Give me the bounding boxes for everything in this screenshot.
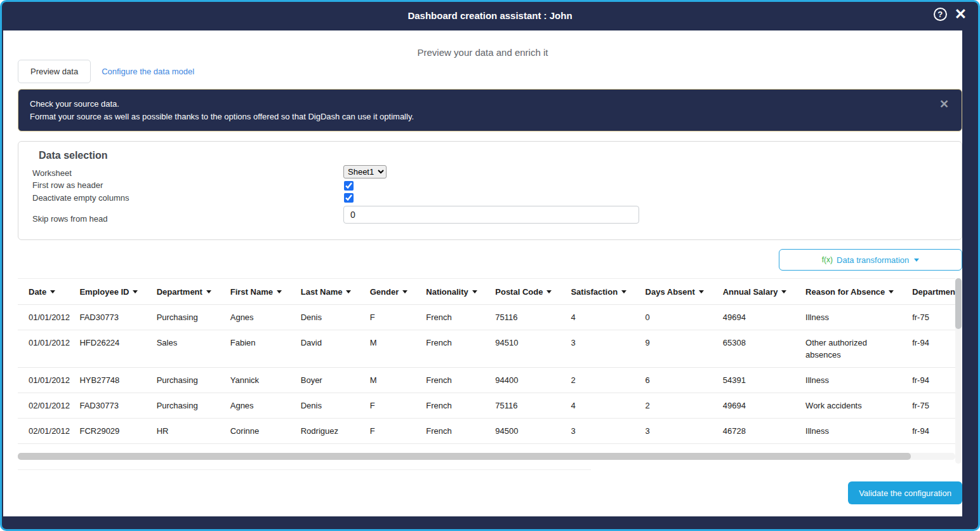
table-cell: Yannick	[220, 368, 290, 393]
first-row-header-label: First row as header	[32, 180, 103, 190]
horizontal-scrollbar-thumb[interactable]	[18, 453, 911, 460]
table-cell: French	[415, 419, 484, 444]
table-cell: SI	[146, 444, 220, 454]
table-row: 02/01/2012HBR31214SIBenjaminRobertMFrenc…	[18, 444, 955, 454]
chevron-down-icon	[914, 259, 919, 262]
sort-caret-icon	[346, 290, 351, 293]
sort-caret-icon	[50, 290, 55, 293]
table-row: 01/01/2012FAD30773PurchasingAgnesDenisFF…	[18, 305, 955, 330]
table-cell: 4	[560, 393, 634, 419]
table-cell: 9	[635, 330, 712, 368]
column-header-employee-id[interactable]: Employee ID	[69, 279, 145, 305]
sort-caret-icon	[133, 290, 138, 293]
table-cell: Work accidents	[795, 393, 901, 419]
table-cell: 49694	[712, 305, 795, 330]
skip-rows-input[interactable]	[343, 206, 639, 224]
table-cell: Agnes	[220, 305, 290, 330]
table-cell: 75116	[484, 393, 560, 419]
table-cell: 4	[560, 305, 634, 330]
table-cell: 01/01/2012	[18, 305, 69, 330]
dashboard-creation-dialog: Dashboard creation assistant : John ? ✕ …	[0, 0, 980, 531]
sort-caret-icon	[699, 290, 704, 293]
column-header-label: Gender	[370, 287, 399, 297]
tab-preview-data[interactable]: Preview data	[18, 60, 91, 83]
fx-function-icon: f(x)	[822, 255, 833, 264]
table-cell: HR	[146, 419, 220, 444]
vertical-scrollbar-track[interactable]	[955, 278, 962, 464]
table-cell: French	[415, 393, 484, 419]
column-header-annual-salary[interactable]: Annual Salary	[712, 279, 795, 305]
data-selection-title: Data selection	[39, 150, 107, 161]
table-cell: 94500	[484, 419, 560, 444]
horizontal-scrollbar-track[interactable]	[18, 453, 955, 460]
table-cell: 94400	[484, 368, 560, 393]
table-cell: 6	[560, 444, 634, 454]
table-cell: Illness	[795, 305, 901, 330]
column-header-last-name[interactable]: Last Name	[290, 279, 359, 305]
column-header-department-code[interactable]: Department Code	[901, 279, 955, 305]
tab-configure-data-model[interactable]: Configure the data model	[91, 60, 205, 83]
column-header-label: Satisfaction	[571, 287, 618, 297]
column-header-nationality[interactable]: Nationality	[415, 279, 484, 305]
data-transformation-button[interactable]: f(x) Data transformation	[779, 249, 962, 271]
table-cell: HYB27748	[69, 368, 145, 393]
table-cell: fr-94	[901, 368, 955, 393]
table-cell: 6	[635, 368, 712, 393]
table-header-row: DateEmployee IDDepartmentFirst NameLast …	[18, 279, 955, 305]
table-cell: David	[290, 330, 359, 368]
column-header-label: Nationality	[426, 287, 468, 297]
table-cell: 01/01/2012	[18, 368, 69, 393]
table-cell: 02/01/2012	[18, 444, 69, 454]
column-header-label: Department Code	[912, 287, 955, 297]
table-row: 02/01/2012FCR29029HRCorinneRodriguezFFre…	[18, 419, 955, 444]
help-icon[interactable]: ?	[934, 8, 947, 21]
table-cell: Illness	[795, 419, 901, 444]
table-cell: Sales	[146, 330, 220, 368]
vertical-scrollbar-thumb[interactable]	[955, 278, 962, 329]
column-header-first-name[interactable]: First Name	[220, 279, 290, 305]
column-header-postal-code[interactable]: Postal Code	[484, 279, 560, 305]
divider-line	[18, 469, 591, 470]
table-cell: Fabien	[220, 330, 290, 368]
column-header-days-absent[interactable]: Days Absent	[635, 279, 712, 305]
sort-caret-icon	[621, 290, 626, 293]
table-cell: 94390	[484, 444, 560, 454]
column-header-label: Employee ID	[79, 287, 129, 297]
table-cell: 49694	[712, 393, 795, 419]
column-header-label: Annual Salary	[723, 287, 778, 297]
table-cell: FAD30773	[69, 305, 145, 330]
deactivate-empty-columns-checkbox[interactable]	[344, 193, 354, 203]
table-cell: fr-94	[901, 330, 955, 368]
column-header-reason-for-absence[interactable]: Reason for Absence	[795, 279, 901, 305]
worksheet-select[interactable]: Sheet1	[343, 165, 387, 178]
column-header-satisfaction[interactable]: Satisfaction	[560, 279, 634, 305]
first-row-header-checkbox[interactable]	[344, 181, 354, 191]
column-header-date[interactable]: Date	[18, 279, 69, 305]
table-cell: French	[415, 368, 484, 393]
table-cell: 2	[560, 368, 634, 393]
table-cell: 3	[635, 419, 712, 444]
table-cell: fr-75	[901, 393, 955, 419]
column-header-label: Reason for Absence	[805, 287, 885, 297]
table-cell: 02/01/2012	[18, 419, 69, 444]
close-icon[interactable]: ✕	[955, 7, 967, 22]
table-cell: Purchasing	[146, 393, 220, 419]
table-cell: HFD26224	[69, 330, 145, 368]
deactivate-empty-columns-label: Deactivate empty columns	[32, 193, 129, 203]
table-cell: 3	[560, 419, 634, 444]
page-subtitle: Preview your data and enrich it	[3, 47, 962, 58]
table-cell: 41348	[712, 444, 795, 454]
column-header-department[interactable]: Department	[146, 279, 220, 305]
table-cell: 54391	[712, 368, 795, 393]
table-cell: French	[415, 305, 484, 330]
table-cell: FCR29029	[69, 419, 145, 444]
validate-configuration-button[interactable]: Validate the configuration	[848, 481, 962, 504]
column-header-label: First Name	[230, 287, 273, 297]
table-cell: Other authorized absences	[795, 330, 901, 368]
table-cell: M	[359, 330, 416, 368]
table-cell: Robert	[290, 444, 359, 454]
table-cell: fr-94	[901, 419, 955, 444]
worksheet-label: Worksheet	[32, 168, 72, 178]
column-header-gender[interactable]: Gender	[359, 279, 416, 305]
banner-close-icon[interactable]: ✕	[939, 97, 949, 111]
